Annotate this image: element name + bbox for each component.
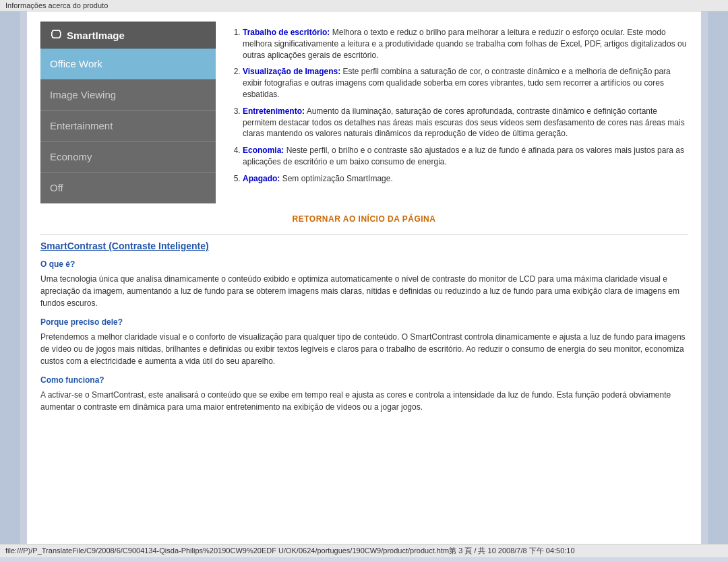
- list-item-4: Economia: Neste perfil, o brilho e o con…: [243, 145, 688, 168]
- list-item-1: Trabalho de escritório: Melhora o texto …: [243, 27, 688, 61]
- list-item-2: Visualização de Imagens: Este perfil com…: [243, 66, 688, 100]
- menu-item-office-work[interactable]: Office Work: [40, 49, 216, 80]
- right-sidebar: [708, 11, 728, 544]
- link-image-viewing[interactable]: Visualização de Imagens:: [243, 67, 340, 76]
- menu-item-image-viewing[interactable]: Image Viewing: [40, 80, 216, 111]
- return-link[interactable]: RETORNAR AO INÍCIO DA PÁGINA: [293, 214, 436, 224]
- menu-item-entertainment[interactable]: Entertainment: [40, 111, 216, 142]
- section2-title: Porque preciso dele?: [40, 317, 688, 327]
- top-bar: Informações acerca do produto: [0, 0, 728, 11]
- section1-text: Uma tecnologia única que analisa dinamic…: [40, 273, 688, 309]
- link-office[interactable]: Trabalho de escritório:: [243, 28, 330, 37]
- section3-text: A activar-se o SmartContrast, este anali…: [40, 389, 688, 413]
- section2-text: Pretendemos a melhor claridade visual e …: [40, 331, 688, 367]
- link-off[interactable]: Apagado:: [243, 174, 280, 183]
- status-bar: file:///P)/P_TranslateFile/C9/2008/6/C90…: [0, 544, 728, 557]
- divider-1: [40, 235, 688, 235]
- smartimage-panel: 🖵 SmartImage Office Work Image Viewing E…: [40, 22, 216, 204]
- smartimage-icon: 🖵: [51, 29, 61, 41]
- link-entertainment[interactable]: Entretenimento:: [243, 106, 305, 116]
- section3-title: Como funciona?: [40, 375, 688, 385]
- list-item-3: Entretenimento: Aumento da iluminação, s…: [243, 106, 688, 139]
- left-sidebar: [0, 11, 20, 544]
- smartcontrast-title: SmartContrast (Contraste Inteligente): [40, 241, 688, 251]
- smartimage-header: 🖵 SmartImage: [40, 22, 216, 49]
- link-economy[interactable]: Economia:: [243, 146, 284, 155]
- top-bar-label: Informações acerca do produto: [5, 1, 108, 9]
- menu-item-economy[interactable]: Economy: [40, 142, 216, 173]
- feature-list: Trabalho de escritório: Melhora o texto …: [229, 27, 688, 185]
- list-item-5: Apagado: Sem optimização SmartImage.: [243, 173, 688, 185]
- smartimage-title: SmartImage: [67, 30, 125, 41]
- numbered-list-section: Trabalho de escritório: Melhora o texto …: [229, 18, 688, 190]
- status-text: file:///P)/P_TranslateFile/C9/2008/6/C90…: [5, 547, 575, 555]
- right-content-bar: [701, 11, 708, 544]
- left-content-bar: [20, 11, 27, 544]
- section1-title: O que é?: [40, 259, 688, 269]
- return-link-section: RETORNAR AO INÍCIO DA PÁGINA: [40, 214, 688, 224]
- smartcontrast-section: SmartContrast (Contraste Inteligente) O …: [40, 241, 688, 413]
- menu-item-off[interactable]: Off: [40, 173, 216, 204]
